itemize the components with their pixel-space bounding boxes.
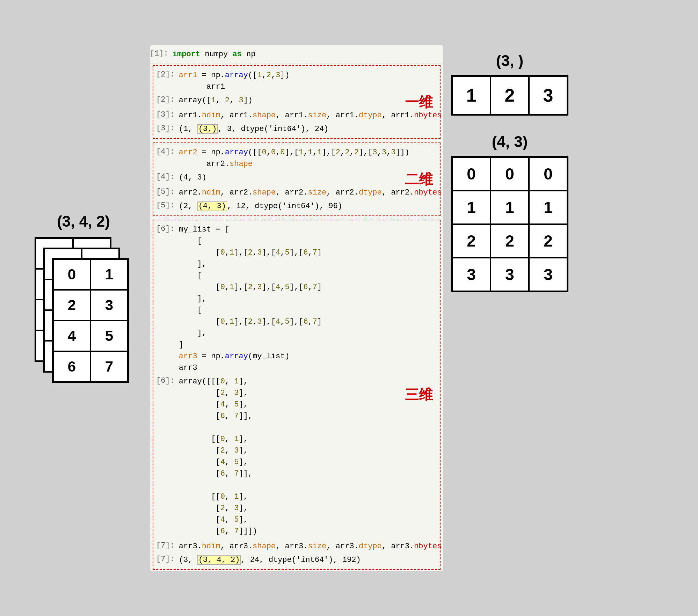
cell-2d-10: 1 (452, 191, 490, 224)
layer-1: 0 1 2 3 4 5 6 7 (52, 258, 129, 383)
right-panel: (3, ) 1 2 3 (4, 3) 0 0 0 1 1 1 2 2 2 (443, 45, 576, 292)
cell-2d-00: 0 (452, 157, 490, 191)
cell2-input: arr1 = np.array([1,2,3]) arr1 (179, 69, 290, 93)
cell-2d-11: 1 (490, 191, 529, 224)
cell-2d-30: 3 (452, 258, 490, 291)
cell-1d-0: 1 (452, 76, 490, 115)
array-2d-diagram: 0 0 0 1 1 1 2 2 2 3 3 3 (451, 156, 568, 292)
cell: 3 (90, 290, 128, 321)
cell-2d-20: 2 (452, 224, 490, 258)
shape-3d-label: (3, 4, 2) (57, 213, 110, 230)
line-num-4o: [4]: (156, 172, 179, 181)
code-cell-1: [1]: import numpy as np (150, 45, 443, 64)
cell-1d-2: 3 (529, 76, 567, 115)
cell6-input: my_list = [ [ [0,1],[2,3],[4,5],[6,7] ],… (179, 224, 322, 374)
section-3d: 三维 [6]: my_list = [ [ [0,1],[2,3],[4,5],… (153, 220, 441, 570)
cell-2d-22: 2 (529, 224, 567, 258)
cell6-output: array([[[0, 1], [2, 3], [4, 5], [6, 7]],… (179, 376, 257, 537)
cell-2d-31: 3 (490, 258, 529, 291)
cell-1d-1: 2 (490, 76, 529, 115)
line-num-1: [1]: (150, 49, 173, 58)
line-num-4i: [4]: (156, 147, 179, 156)
section-2d: 二维 [4]: arr2 = np.array([[0,0,0],[1,1,1]… (153, 142, 441, 216)
line-num-6i: [6]: (156, 224, 179, 233)
dim-label-1d: 一维 (405, 93, 433, 112)
shape-2d-label: (4, 3) (492, 133, 528, 151)
cell3-input: arr1.ndim, arr1.shape, arr1.size, arr1.d… (179, 110, 442, 121)
cell5-input: arr2.ndim, arr2.shape, arr2.size, arr2.d… (179, 187, 442, 198)
cell-2d-21: 2 (490, 224, 529, 258)
array-3d-diagram: 0 1 2 3 4 5 6 7 0 (35, 237, 132, 384)
cell-2d-02: 0 (529, 157, 567, 191)
cell: 1 (90, 259, 128, 290)
cell: 0 (53, 259, 90, 290)
cell: 5 (90, 321, 128, 351)
line-num-2i: [2]: (156, 69, 179, 79)
cell-2d-32: 3 (529, 258, 567, 291)
cell: 2 (53, 290, 90, 321)
cell7-output: (3, (3, 4, 2), 24, dtype('int64'), 192) (179, 554, 361, 566)
cell-2d-01: 0 (490, 157, 529, 191)
line-num-7o: [7]: (156, 554, 179, 564)
array-1d-diagram: 1 2 3 (451, 75, 568, 116)
line-num-5i: [5]: (156, 187, 179, 196)
cell4-input: arr2 = np.array([[0,0,0],[1,1,1],[2,2,2]… (179, 147, 409, 170)
import-line: import numpy as np (173, 49, 256, 60)
section-1d: 一维 [2]: arr1 = np.array([1,2,3]) arr1 [2… (153, 65, 441, 139)
main-container: (3, 4, 2) 0 1 2 3 4 5 6 7 (17, 45, 681, 571)
line-num-2o: [2]: (156, 95, 179, 104)
line-num-6o: [6]: (156, 376, 179, 385)
cell3-output: (1, (3,), 3, dtype('int64'), 24) (179, 123, 328, 135)
shape-1d-label: (3, ) (496, 52, 523, 69)
cell: 6 (53, 351, 90, 382)
line-num-3i: [3]: (156, 110, 179, 119)
line-num-3o: [3]: (156, 123, 179, 133)
cell-2d-12: 1 (529, 191, 567, 224)
left-panel: (3, 4, 2) 0 1 2 3 4 5 6 7 (17, 45, 150, 384)
cell5-output: (2, (4, 3), 12, dtype('int64'), 96) (179, 200, 342, 212)
cell: 4 (53, 321, 90, 351)
cell2-output: array([1, 2, 3]) (179, 95, 253, 106)
line-num-5o: [5]: (156, 200, 179, 210)
dim-label-3d: 三维 (405, 385, 433, 404)
cell: 7 (90, 351, 128, 382)
cell4-output: (4, 3) (179, 172, 206, 183)
line-num-7i: [7]: (156, 541, 179, 550)
cell7-input: arr3.ndim, arr3.shape, arr3.size, arr3.d… (179, 541, 442, 552)
center-panel: [1]: import numpy as np 一维 [2]: arr1 = n… (150, 45, 443, 571)
dim-label-2d: 二维 (405, 170, 433, 189)
